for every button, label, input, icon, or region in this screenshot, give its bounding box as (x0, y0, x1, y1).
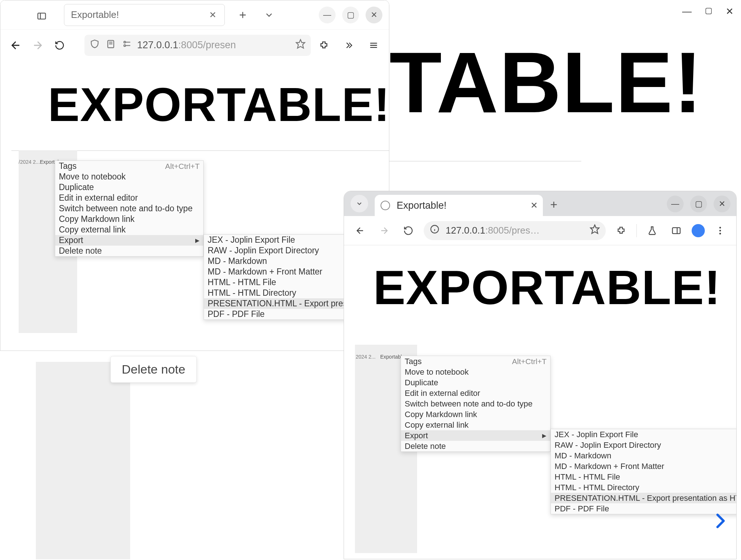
svg-point-27 (719, 232, 721, 234)
overflow-chevron-icon[interactable] (340, 37, 358, 54)
background-window-controls: — ▢ ✕ (682, 6, 734, 17)
firefox-tab-bar: Exportable! ✕ — ▢ ✕ (0, 0, 389, 30)
slide-heading: EXPORTABLE! (373, 260, 725, 315)
ctx-tags[interactable]: Tags Alt+Ctrl+T (401, 356, 550, 367)
ctx-export[interactable]: Export▶ (401, 430, 550, 441)
new-tab-button[interactable]: + (550, 197, 557, 212)
url-text: 127.0.0.1:8005/pres… (446, 225, 584, 236)
nav-back-button[interactable] (7, 37, 24, 54)
bookmark-star-icon[interactable] (590, 224, 600, 237)
submenu-arrow-icon: ▶ (542, 432, 547, 439)
ctx-switch-type[interactable]: Switch between note and to-do type (401, 398, 550, 409)
kebab-menu-icon[interactable] (711, 222, 729, 239)
labs-flask-icon[interactable] (643, 222, 661, 239)
svg-point-9 (124, 41, 126, 43)
chrome-toolbar: 127.0.0.1:8005/pres… (344, 216, 736, 245)
export-raw[interactable]: RAW - Joplin Export Directory (551, 440, 737, 450)
close-window-button[interactable]: ✕ (366, 7, 382, 23)
export-html-file[interactable]: HTML - HTML File (551, 472, 737, 482)
ctx-edit-external[interactable]: Edit in external editor (55, 193, 203, 203)
export-md-front-matter[interactable]: MD - Markdown + Front Matter (551, 461, 737, 472)
maximize-button[interactable]: ▢ (342, 7, 359, 23)
page-info-icon[interactable] (106, 39, 116, 52)
ctx-copy-external-link[interactable]: Copy external link (55, 224, 203, 235)
nav-back-button[interactable] (351, 222, 369, 239)
firefox-toolbar: 127.0.0.1:8005/presen (0, 30, 389, 61)
note-date-fragment: /2024 2... (19, 159, 40, 165)
browser-tab[interactable]: Exportable! ✕ (375, 195, 543, 216)
next-slide-arrow-icon[interactable] (711, 510, 729, 533)
svg-marker-13 (296, 39, 305, 48)
minimize-button[interactable]: — (682, 6, 692, 17)
connection-secure-icon[interactable] (122, 39, 132, 52)
ctx-edit-external[interactable]: Edit in external editor (401, 388, 550, 398)
url-text: 127.0.0.1:8005/presen (137, 39, 290, 51)
nav-forward-button[interactable] (29, 37, 46, 54)
export-md[interactable]: MD - Markdown (551, 450, 737, 461)
note-context-menu: Tags Alt+Ctrl+T Move to notebook Duplica… (401, 356, 551, 452)
svg-marker-22 (590, 225, 599, 233)
bookmark-star-icon[interactable] (295, 39, 306, 52)
shortcut-label: Alt+Ctrl+T (512, 357, 547, 366)
extensions-icon[interactable] (315, 37, 333, 54)
ctx-duplicate[interactable]: Duplicate (55, 182, 203, 193)
ctx-switch-type[interactable]: Switch between note and to-do type (55, 203, 203, 214)
tab-search-button[interactable] (351, 195, 368, 212)
ctx-copy-md-link[interactable]: Copy Markdown link (401, 409, 550, 420)
ctx-export[interactable]: Export▶ (55, 235, 203, 246)
address-bar[interactable]: 127.0.0.1:8005/presen (84, 35, 311, 56)
submenu-arrow-icon: ▶ (195, 237, 200, 244)
export-html-dir[interactable]: HTML - HTML Directory (551, 482, 737, 493)
reload-button[interactable] (400, 222, 417, 239)
maximize-button[interactable]: ▢ (705, 6, 712, 17)
tab-title: Exportable! (71, 9, 119, 20)
hamburger-menu-icon[interactable] (365, 37, 382, 54)
note-date-fragment: 2024 2... (356, 354, 376, 360)
background-heading-fragment: TABLE! (389, 33, 703, 132)
extensions-icon[interactable] (612, 222, 630, 239)
tab-title: Exportable! (397, 200, 524, 211)
nav-forward-button[interactable] (375, 222, 393, 239)
chrome-tab-strip: Exportable! ✕ + — ▢ ✕ (344, 191, 736, 216)
ctx-tags[interactable]: Tags Alt+Ctrl+T (55, 161, 203, 171)
close-window-button[interactable]: ✕ (714, 196, 730, 212)
globe-favicon-icon (381, 201, 390, 210)
ctx-delete-note[interactable]: Delete note (55, 246, 203, 256)
shortcut-label: Alt+Ctrl+T (165, 162, 200, 171)
shield-icon[interactable] (90, 39, 100, 52)
close-window-button[interactable]: ✕ (726, 6, 734, 17)
page-content: EXPORTABLE! (0, 61, 389, 151)
ctx-copy-external-link[interactable]: Copy external link (401, 420, 550, 430)
maximize-button[interactable]: ▢ (690, 196, 707, 212)
site-info-icon[interactable] (430, 224, 440, 237)
ctx-move-to-notebook[interactable]: Move to notebook (401, 367, 550, 377)
tab-close-icon[interactable]: ✕ (209, 10, 216, 20)
background-divider (377, 161, 581, 162)
export-pdf[interactable]: PDF - PDF File (551, 503, 737, 514)
tab-close-icon[interactable]: ✕ (530, 200, 538, 211)
firefox-window: Exportable! ✕ — ▢ ✕ (0, 0, 389, 351)
minimize-button[interactable]: — (319, 7, 336, 23)
svg-point-25 (719, 227, 721, 228)
ctx-delete-note[interactable]: Delete note (401, 441, 550, 451)
browser-tab[interactable]: Exportable! ✕ (64, 4, 225, 26)
ctx-copy-md-link[interactable]: Copy Markdown link (55, 214, 203, 224)
new-tab-button[interactable] (234, 7, 251, 23)
all-tabs-chevron-icon[interactable] (261, 7, 277, 23)
ctx-duplicate[interactable]: Duplicate (401, 377, 550, 388)
reload-button[interactable] (51, 37, 68, 54)
minimize-button[interactable]: — (667, 196, 684, 212)
svg-point-10 (124, 45, 126, 46)
window-controls: — ▢ ✕ (667, 196, 730, 212)
chrome-window: Exportable! ✕ + — ▢ ✕ 127.0.0.1:8005/pre… (344, 191, 737, 559)
address-bar[interactable]: 127.0.0.1:8005/pres… (424, 221, 606, 240)
export-presentation-html[interactable]: PRESENTATION.HTML - Export presentation … (551, 493, 737, 503)
side-panel-icon[interactable] (668, 222, 685, 239)
delete-note-tooltip: Delete note (110, 356, 197, 383)
export-jex[interactable]: JEX - Joplin Export File (551, 429, 737, 440)
svg-rect-0 (38, 13, 46, 19)
ctx-move-to-notebook[interactable]: Move to notebook (55, 171, 203, 182)
sidebar-toggle-icon[interactable] (34, 8, 49, 24)
toolbar-right-buttons (315, 37, 382, 54)
profile-avatar[interactable] (692, 224, 705, 237)
